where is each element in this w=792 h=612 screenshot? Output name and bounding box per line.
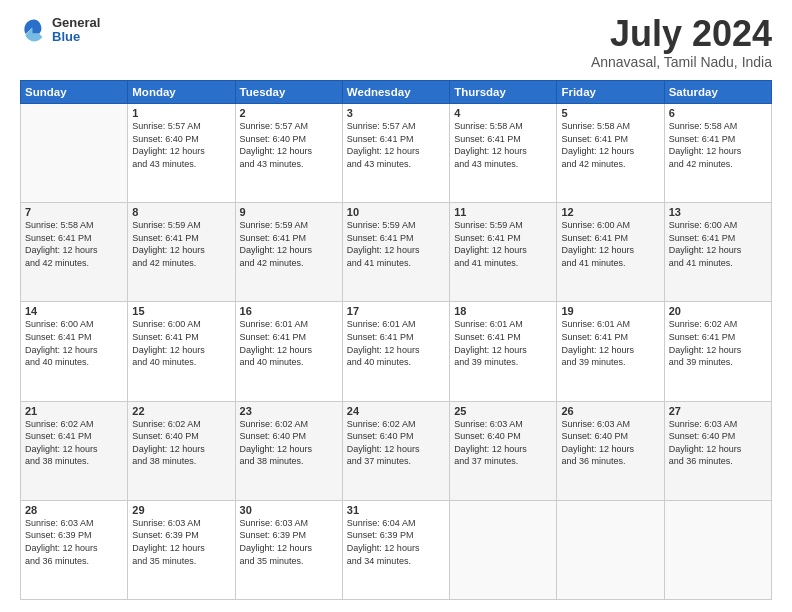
table-row: 17Sunrise: 6:01 AM Sunset: 6:41 PM Dayli…	[342, 302, 449, 401]
table-row: 11Sunrise: 5:59 AM Sunset: 6:41 PM Dayli…	[450, 203, 557, 302]
col-monday: Monday	[128, 81, 235, 104]
day-info: Sunrise: 6:03 AM Sunset: 6:39 PM Dayligh…	[132, 517, 230, 567]
day-number: 18	[454, 305, 552, 317]
table-row	[450, 500, 557, 599]
logo-blue-text: Blue	[52, 30, 100, 44]
table-row: 10Sunrise: 5:59 AM Sunset: 6:41 PM Dayli…	[342, 203, 449, 302]
logo: General Blue	[20, 16, 100, 45]
day-number: 14	[25, 305, 123, 317]
day-number: 31	[347, 504, 445, 516]
day-number: 4	[454, 107, 552, 119]
day-number: 19	[561, 305, 659, 317]
day-number: 1	[132, 107, 230, 119]
page: General Blue July 2024 Annavasal, Tamil …	[0, 0, 792, 612]
table-row: 13Sunrise: 6:00 AM Sunset: 6:41 PM Dayli…	[664, 203, 771, 302]
table-row	[664, 500, 771, 599]
table-row	[21, 104, 128, 203]
table-row: 29Sunrise: 6:03 AM Sunset: 6:39 PM Dayli…	[128, 500, 235, 599]
day-info: Sunrise: 6:03 AM Sunset: 6:39 PM Dayligh…	[240, 517, 338, 567]
table-row	[557, 500, 664, 599]
table-row: 16Sunrise: 6:01 AM Sunset: 6:41 PM Dayli…	[235, 302, 342, 401]
day-number: 30	[240, 504, 338, 516]
day-info: Sunrise: 6:03 AM Sunset: 6:40 PM Dayligh…	[561, 418, 659, 468]
col-wednesday: Wednesday	[342, 81, 449, 104]
day-info: Sunrise: 5:57 AM Sunset: 6:40 PM Dayligh…	[132, 120, 230, 170]
day-info: Sunrise: 5:57 AM Sunset: 6:40 PM Dayligh…	[240, 120, 338, 170]
day-number: 6	[669, 107, 767, 119]
table-row: 23Sunrise: 6:02 AM Sunset: 6:40 PM Dayli…	[235, 401, 342, 500]
calendar-week-row: 14Sunrise: 6:00 AM Sunset: 6:41 PM Dayli…	[21, 302, 772, 401]
table-row: 6Sunrise: 5:58 AM Sunset: 6:41 PM Daylig…	[664, 104, 771, 203]
day-info: Sunrise: 6:02 AM Sunset: 6:41 PM Dayligh…	[25, 418, 123, 468]
day-info: Sunrise: 6:02 AM Sunset: 6:40 PM Dayligh…	[240, 418, 338, 468]
day-number: 21	[25, 405, 123, 417]
table-row: 25Sunrise: 6:03 AM Sunset: 6:40 PM Dayli…	[450, 401, 557, 500]
logo-icon	[20, 16, 48, 44]
table-row: 27Sunrise: 6:03 AM Sunset: 6:40 PM Dayli…	[664, 401, 771, 500]
day-info: Sunrise: 6:00 AM Sunset: 6:41 PM Dayligh…	[561, 219, 659, 269]
location: Annavasal, Tamil Nadu, India	[591, 54, 772, 70]
day-info: Sunrise: 6:01 AM Sunset: 6:41 PM Dayligh…	[454, 318, 552, 368]
table-row: 31Sunrise: 6:04 AM Sunset: 6:39 PM Dayli…	[342, 500, 449, 599]
day-info: Sunrise: 6:00 AM Sunset: 6:41 PM Dayligh…	[25, 318, 123, 368]
col-thursday: Thursday	[450, 81, 557, 104]
day-number: 8	[132, 206, 230, 218]
table-row: 14Sunrise: 6:00 AM Sunset: 6:41 PM Dayli…	[21, 302, 128, 401]
day-info: Sunrise: 6:03 AM Sunset: 6:40 PM Dayligh…	[454, 418, 552, 468]
day-info: Sunrise: 6:04 AM Sunset: 6:39 PM Dayligh…	[347, 517, 445, 567]
day-number: 9	[240, 206, 338, 218]
day-number: 24	[347, 405, 445, 417]
col-sunday: Sunday	[21, 81, 128, 104]
calendar-week-row: 21Sunrise: 6:02 AM Sunset: 6:41 PM Dayli…	[21, 401, 772, 500]
table-row: 22Sunrise: 6:02 AM Sunset: 6:40 PM Dayli…	[128, 401, 235, 500]
table-row: 28Sunrise: 6:03 AM Sunset: 6:39 PM Dayli…	[21, 500, 128, 599]
table-row: 8Sunrise: 5:59 AM Sunset: 6:41 PM Daylig…	[128, 203, 235, 302]
table-row: 5Sunrise: 5:58 AM Sunset: 6:41 PM Daylig…	[557, 104, 664, 203]
table-row: 21Sunrise: 6:02 AM Sunset: 6:41 PM Dayli…	[21, 401, 128, 500]
day-info: Sunrise: 6:03 AM Sunset: 6:39 PM Dayligh…	[25, 517, 123, 567]
day-number: 29	[132, 504, 230, 516]
day-info: Sunrise: 5:59 AM Sunset: 6:41 PM Dayligh…	[132, 219, 230, 269]
day-number: 3	[347, 107, 445, 119]
col-saturday: Saturday	[664, 81, 771, 104]
calendar-week-row: 1Sunrise: 5:57 AM Sunset: 6:40 PM Daylig…	[21, 104, 772, 203]
calendar-week-row: 7Sunrise: 5:58 AM Sunset: 6:41 PM Daylig…	[21, 203, 772, 302]
day-info: Sunrise: 5:58 AM Sunset: 6:41 PM Dayligh…	[25, 219, 123, 269]
day-info: Sunrise: 5:58 AM Sunset: 6:41 PM Dayligh…	[454, 120, 552, 170]
calendar-header-row: Sunday Monday Tuesday Wednesday Thursday…	[21, 81, 772, 104]
header: General Blue July 2024 Annavasal, Tamil …	[20, 16, 772, 70]
day-info: Sunrise: 6:01 AM Sunset: 6:41 PM Dayligh…	[240, 318, 338, 368]
day-number: 2	[240, 107, 338, 119]
table-row: 30Sunrise: 6:03 AM Sunset: 6:39 PM Dayli…	[235, 500, 342, 599]
day-number: 10	[347, 206, 445, 218]
day-info: Sunrise: 6:02 AM Sunset: 6:41 PM Dayligh…	[669, 318, 767, 368]
day-number: 27	[669, 405, 767, 417]
calendar-week-row: 28Sunrise: 6:03 AM Sunset: 6:39 PM Dayli…	[21, 500, 772, 599]
table-row: 1Sunrise: 5:57 AM Sunset: 6:40 PM Daylig…	[128, 104, 235, 203]
table-row: 9Sunrise: 5:59 AM Sunset: 6:41 PM Daylig…	[235, 203, 342, 302]
day-number: 25	[454, 405, 552, 417]
day-number: 22	[132, 405, 230, 417]
day-number: 5	[561, 107, 659, 119]
day-number: 7	[25, 206, 123, 218]
table-row: 7Sunrise: 5:58 AM Sunset: 6:41 PM Daylig…	[21, 203, 128, 302]
day-number: 15	[132, 305, 230, 317]
day-info: Sunrise: 5:59 AM Sunset: 6:41 PM Dayligh…	[240, 219, 338, 269]
day-info: Sunrise: 6:02 AM Sunset: 6:40 PM Dayligh…	[347, 418, 445, 468]
table-row: 20Sunrise: 6:02 AM Sunset: 6:41 PM Dayli…	[664, 302, 771, 401]
table-row: 4Sunrise: 5:58 AM Sunset: 6:41 PM Daylig…	[450, 104, 557, 203]
logo-text: General Blue	[52, 16, 100, 45]
day-number: 16	[240, 305, 338, 317]
table-row: 26Sunrise: 6:03 AM Sunset: 6:40 PM Dayli…	[557, 401, 664, 500]
day-info: Sunrise: 5:58 AM Sunset: 6:41 PM Dayligh…	[669, 120, 767, 170]
day-number: 11	[454, 206, 552, 218]
table-row: 15Sunrise: 6:00 AM Sunset: 6:41 PM Dayli…	[128, 302, 235, 401]
day-number: 23	[240, 405, 338, 417]
col-friday: Friday	[557, 81, 664, 104]
table-row: 18Sunrise: 6:01 AM Sunset: 6:41 PM Dayli…	[450, 302, 557, 401]
table-row: 2Sunrise: 5:57 AM Sunset: 6:40 PM Daylig…	[235, 104, 342, 203]
table-row: 19Sunrise: 6:01 AM Sunset: 6:41 PM Dayli…	[557, 302, 664, 401]
day-info: Sunrise: 6:02 AM Sunset: 6:40 PM Dayligh…	[132, 418, 230, 468]
day-number: 20	[669, 305, 767, 317]
day-number: 13	[669, 206, 767, 218]
